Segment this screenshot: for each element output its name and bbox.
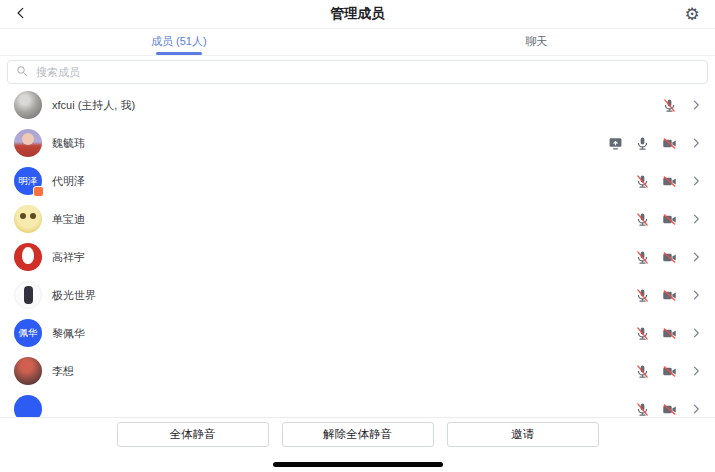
member-name: 魏毓玮 (52, 136, 607, 151)
avatar (14, 243, 42, 271)
chevron-right-icon[interactable] (689, 213, 702, 226)
search-icon (16, 63, 28, 81)
avatar (14, 395, 42, 418)
avatar-status-badge (33, 186, 44, 197)
member-name: 单宝迪 (52, 212, 634, 227)
member-row[interactable]: 魏毓玮 (0, 124, 715, 162)
tab-members-label: 成员 (51人) (151, 34, 207, 49)
camera-muted-icon (661, 401, 677, 417)
chevron-right-icon[interactable] (689, 175, 702, 188)
member-name: 极光世界 (52, 288, 634, 303)
tab-chat[interactable]: 聊天 (358, 28, 715, 55)
member-row[interactable]: xfcui (主持人, 我) (0, 86, 715, 124)
chevron-right-icon[interactable] (689, 137, 702, 150)
chevron-right-icon[interactable] (689, 365, 702, 378)
screen-share-icon (607, 135, 623, 151)
chevron-right-icon[interactable] (689, 289, 702, 302)
member-row[interactable] (0, 390, 715, 418)
member-status-icons (634, 173, 677, 189)
mic-muted-icon (634, 325, 650, 341)
search-input[interactable] (34, 65, 699, 79)
avatar (14, 91, 42, 119)
member-row[interactable]: 极光世界 (0, 276, 715, 314)
mic-muted-icon (661, 97, 677, 113)
mute-all-button[interactable]: 全体静音 (117, 422, 269, 447)
member-status-icons (634, 211, 677, 227)
member-name: xfcui (主持人, 我) (52, 98, 661, 113)
chevron-right-icon[interactable] (689, 327, 702, 340)
avatar (14, 129, 42, 157)
member-status-icons (661, 97, 677, 113)
member-status-icons (634, 325, 677, 341)
member-row[interactable]: 单宝迪 (0, 200, 715, 238)
camera-muted-icon (661, 211, 677, 227)
avatar (14, 205, 42, 233)
member-list: xfcui (主持人, 我)魏毓玮明泽代明泽单宝迪高祥宇极光世界佩华黎佩华李想 (0, 86, 715, 418)
avatar-initials: 佩华 (19, 328, 38, 338)
avatar (14, 357, 42, 385)
unmute-all-button[interactable]: 解除全体静音 (282, 422, 434, 447)
member-row[interactable]: 佩华黎佩华 (0, 314, 715, 352)
camera-muted-icon (661, 287, 677, 303)
camera-muted-icon (661, 135, 677, 151)
mic-muted-icon (634, 363, 650, 379)
member-name: 李想 (52, 364, 634, 379)
member-status-icons (634, 363, 677, 379)
member-status-icons (634, 287, 677, 303)
tab-chat-label: 聊天 (525, 34, 547, 49)
mic-muted-icon (634, 249, 650, 265)
invite-button[interactable]: 邀请 (447, 422, 599, 447)
member-status-icons (634, 401, 677, 417)
member-row[interactable]: 李想 (0, 352, 715, 390)
avatar-initials: 明泽 (19, 176, 38, 186)
avatar (14, 281, 42, 309)
camera-muted-icon (661, 249, 677, 265)
member-row[interactable]: 明泽代明泽 (0, 162, 715, 200)
mic-muted-icon (634, 287, 650, 303)
member-name: 代明泽 (52, 174, 634, 189)
member-row[interactable]: 高祥宇 (0, 238, 715, 276)
active-tab-underline (156, 52, 202, 55)
camera-muted-icon (661, 363, 677, 379)
avatar: 佩华 (14, 319, 42, 347)
page-title: 管理成员 (0, 0, 715, 28)
footer-buttons: 全体静音 解除全体静音 邀请 (0, 418, 715, 447)
tab-bar: 成员 (51人) 聊天 (0, 28, 715, 56)
camera-muted-icon (661, 173, 677, 189)
mic-muted-icon (634, 173, 650, 189)
manage-members-page: 管理成员 ⚙ 成员 (51人) 聊天 xfcui (主持人, 我)魏毓玮明泽代明… (0, 0, 715, 472)
avatar: 明泽 (14, 167, 42, 195)
home-indicator[interactable] (273, 462, 443, 467)
gear-icon: ⚙ (684, 4, 699, 25)
member-status-icons (607, 135, 677, 151)
chevron-right-icon[interactable] (689, 251, 702, 264)
mic-muted-icon (634, 211, 650, 227)
mic-muted-icon (634, 401, 650, 417)
settings-button[interactable]: ⚙ (681, 3, 703, 25)
search-box[interactable] (7, 60, 708, 84)
mic-icon (634, 135, 650, 151)
chevron-right-icon[interactable] (689, 403, 702, 416)
camera-muted-icon (661, 325, 677, 341)
chevron-right-icon[interactable] (689, 99, 702, 112)
member-name: 黎佩华 (52, 326, 634, 341)
member-name: 高祥宇 (52, 250, 634, 265)
header: 管理成员 ⚙ (0, 0, 715, 29)
tab-members[interactable]: 成员 (51人) (0, 28, 358, 55)
member-status-icons (634, 249, 677, 265)
